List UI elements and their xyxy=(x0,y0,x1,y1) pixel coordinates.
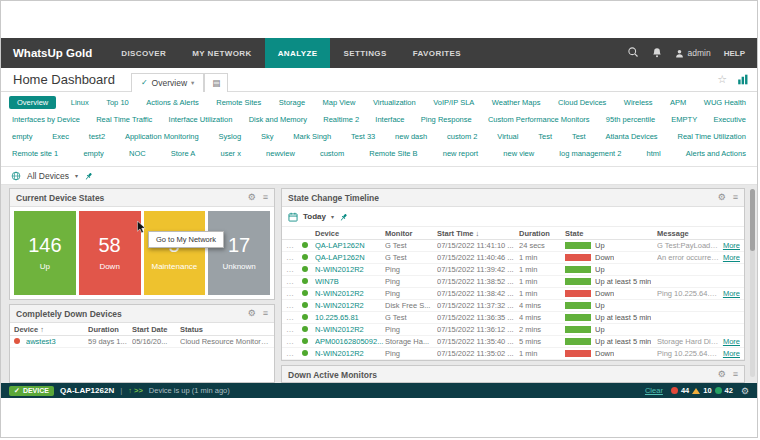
view-link-log-management-2[interactable]: log management 2 xyxy=(556,147,624,160)
tab-dashboard-options[interactable]: ▤ xyxy=(204,73,228,92)
view-link-storage[interactable]: Storage xyxy=(276,96,308,109)
view-link-syslog[interactable]: Syslog xyxy=(216,130,245,143)
timeline-row[interactable]: …APM00162805092...Storage Ha...07/15/202… xyxy=(282,336,744,348)
timeline-row[interactable]: …N-WIN2012R2Ping07/15/2022 11:39:42 ...1… xyxy=(282,264,744,276)
row-menu-icon[interactable]: … xyxy=(286,337,302,346)
more-link[interactable]: More xyxy=(723,349,740,358)
timeline-row[interactable]: …N-WIN2012R2Ping07/15/2022 11:36:12 ...2… xyxy=(282,324,744,336)
view-link-realtime-2[interactable]: Realtime 2 xyxy=(320,113,362,126)
view-link-interface[interactable]: Interface xyxy=(372,113,407,126)
view-link-executive[interactable]: Executive xyxy=(710,113,749,126)
timeline-device[interactable]: N-WIN2012R2 xyxy=(315,265,385,274)
more-link[interactable]: More xyxy=(723,241,740,250)
view-link-custom-performance-monitors[interactable]: Custom Performance Monitors xyxy=(485,113,593,126)
column-status[interactable]: Status xyxy=(180,325,270,334)
view-link-empty[interactable]: EMPTY xyxy=(668,113,700,126)
timeline-row[interactable]: …N-WIN2012R2Disk Free S...07/15/2022 11:… xyxy=(282,300,744,312)
tile-maintenance[interactable]: 5Maintenance xyxy=(144,211,206,295)
help-link[interactable]: HELP xyxy=(724,49,745,58)
view-link-new-report[interactable]: new report xyxy=(440,147,481,160)
nav-item-discover[interactable]: DISCOVER xyxy=(108,38,179,68)
view-link-atlanta-devices[interactable]: Atlanta Devices xyxy=(603,130,661,143)
timeline-row[interactable]: …QA-LAP1262NG Test07/15/2022 11:40:46 ..… xyxy=(282,252,744,264)
view-link-interfaces-by-device[interactable]: Interfaces by Device xyxy=(9,113,83,126)
view-link-exec[interactable]: Exec xyxy=(49,130,72,143)
search-icon[interactable] xyxy=(627,44,639,62)
view-link-noc[interactable]: NOC xyxy=(126,147,149,160)
row-menu-icon[interactable]: … xyxy=(286,313,302,322)
view-link-linux[interactable]: Linux xyxy=(68,96,92,109)
panel-menu-icon[interactable]: ≡ xyxy=(733,193,738,202)
view-link-weather-maps[interactable]: Weather Maps xyxy=(489,96,544,109)
report-chart-icon[interactable] xyxy=(737,71,749,89)
view-link-newview[interactable]: newview xyxy=(263,147,298,160)
pin-icon[interactable] xyxy=(84,167,93,185)
view-link-custom[interactable]: custom xyxy=(317,147,347,160)
brand-logo[interactable]: WhatsUp Gold xyxy=(1,38,108,68)
timeline-device[interactable]: N-WIN2012R2 xyxy=(315,349,385,358)
column-device[interactable]: Device xyxy=(315,229,385,238)
clear-link[interactable]: Clear xyxy=(645,386,663,395)
settings-gear-icon[interactable]: ⚙ xyxy=(741,386,749,396)
user-menu[interactable]: admin xyxy=(675,48,711,58)
view-link-remote-site-1[interactable]: Remote site 1 xyxy=(9,147,61,160)
view-link-test[interactable]: Test xyxy=(535,130,555,143)
view-link-sky[interactable]: Sky xyxy=(258,130,277,143)
view-link-voip-ip-sla[interactable]: VoIP/IP SLA xyxy=(430,96,477,109)
timeline-device[interactable]: QA-LAP1262N xyxy=(315,241,385,250)
statusbar-device-name[interactable]: QA-LAP1262N xyxy=(60,386,114,395)
view-link-95th-percentile[interactable]: 95th percentile xyxy=(603,113,658,126)
gear-icon[interactable]: ⚙ xyxy=(718,193,726,202)
timeline-row[interactable]: …QA-LAP1262NG Test07/15/2022 11:41:10 ..… xyxy=(282,240,744,252)
tile-unknown[interactable]: 17Unknown xyxy=(208,211,270,295)
view-link-test-33[interactable]: Test 33 xyxy=(348,130,378,143)
more-link[interactable]: More xyxy=(723,337,740,346)
view-link-store-a[interactable]: Store A xyxy=(168,147,199,160)
view-link-apm[interactable]: APM xyxy=(667,96,689,109)
timeline-device[interactable]: APM00162805092... xyxy=(315,337,385,346)
timeline-device[interactable]: N-WIN2012R2 xyxy=(315,289,385,298)
view-link-alerts-and-actions[interactable]: Alerts and Actions xyxy=(683,147,749,160)
nav-item-analyze[interactable]: ANALYZE xyxy=(265,38,331,68)
more-link[interactable]: More xyxy=(723,289,740,298)
nav-item-favorites[interactable]: FAVORITES xyxy=(400,38,474,68)
gear-icon[interactable]: ⚙ xyxy=(248,309,256,318)
view-link-mark-singh[interactable]: Mark Singh xyxy=(290,130,334,143)
timeline-device[interactable]: WIN7B xyxy=(315,277,385,286)
tab-overview[interactable]: ✓ Overview ▾ xyxy=(131,73,204,92)
column-start-date[interactable]: Start Date xyxy=(132,325,180,334)
row-menu-icon[interactable]: … xyxy=(286,253,302,262)
row-menu-icon[interactable]: … xyxy=(286,265,302,274)
nav-item-settings[interactable]: SETTINGS xyxy=(330,38,399,68)
timeline-device[interactable]: QA-LAP1262N xyxy=(315,253,385,262)
view-link-actions-alerts[interactable]: Actions & Alerts xyxy=(143,96,202,109)
column-duration[interactable]: Duration xyxy=(88,325,132,334)
nav-item-my-network[interactable]: MY NETWORK xyxy=(179,38,264,68)
row-menu-icon[interactable]: … xyxy=(286,241,302,250)
scrollbar-thumb[interactable] xyxy=(750,189,755,251)
down-device-name[interactable]: awstest3 xyxy=(26,337,88,346)
view-link-disk-and-memory[interactable]: Disk and Memory xyxy=(246,113,310,126)
view-link-wireless[interactable]: Wireless xyxy=(621,96,656,109)
view-link-application-monitoring[interactable]: Application Monitoring xyxy=(122,130,202,143)
row-menu-icon[interactable]: … xyxy=(286,349,302,358)
column-message[interactable]: Message xyxy=(657,229,740,238)
row-menu-icon[interactable]: … xyxy=(286,325,302,334)
down-device-row[interactable]: awstest359 days 1...05/16/20...Cloud Res… xyxy=(10,336,274,348)
view-link-test2[interactable]: test2 xyxy=(86,130,108,143)
timeline-device[interactable]: 10.225.65.81 xyxy=(315,313,385,322)
view-link-real-time-traffic[interactable]: Real Time Traffic xyxy=(93,113,155,126)
gear-icon[interactable]: ⚙ xyxy=(718,370,726,379)
view-link-test[interactable]: Test xyxy=(569,130,589,143)
view-link-wug-health[interactable]: WUG Health xyxy=(701,96,749,109)
column-monitor[interactable]: Monitor xyxy=(385,229,437,238)
view-link-overview[interactable]: Overview xyxy=(9,96,56,109)
bell-icon[interactable] xyxy=(652,44,662,62)
view-link-ping-response[interactable]: Ping Response xyxy=(418,113,475,126)
view-link-real-time-utilization[interactable]: Real Time Utilization xyxy=(674,130,748,143)
view-link-new-dash[interactable]: new dash xyxy=(392,130,430,143)
vertical-scrollbar[interactable] xyxy=(750,189,755,377)
row-menu-icon[interactable]: … xyxy=(286,289,302,298)
alert-counts[interactable]: 44 10 42 xyxy=(671,386,733,395)
view-link-cloud-devices[interactable]: Cloud Devices xyxy=(555,96,609,109)
